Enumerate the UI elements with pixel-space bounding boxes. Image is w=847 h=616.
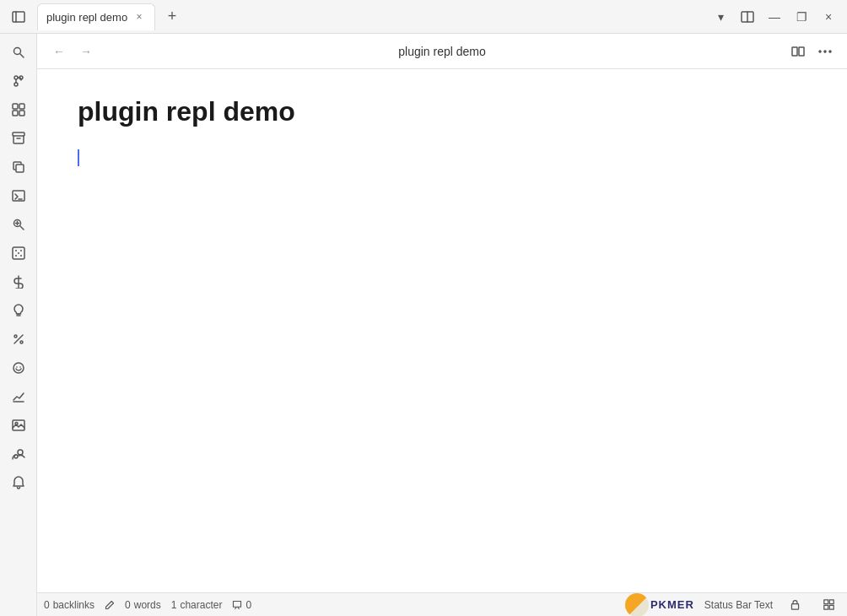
dropdown-button[interactable]: ▾ xyxy=(709,5,732,29)
split-view-button[interactable] xyxy=(736,5,759,29)
pkmer-logo: PKMER xyxy=(625,593,694,617)
sidebar-item-dice[interactable] xyxy=(5,240,32,267)
svg-line-19 xyxy=(20,226,24,230)
status-bar: 0 backlinks 0 words 1 character 0 xyxy=(37,592,847,616)
words-label: words xyxy=(134,599,161,611)
sidebar-item-chart[interactable] xyxy=(5,383,32,410)
backlinks-status: 0 backlinks xyxy=(44,599,94,611)
edit-icon-status xyxy=(105,600,115,610)
sidebar-toggle-button[interactable] xyxy=(7,5,30,29)
svg-point-23 xyxy=(15,250,17,251)
svg-rect-12 xyxy=(19,111,24,116)
sidebar-item-image[interactable] xyxy=(5,412,32,439)
dropdown-icon: ▾ xyxy=(718,10,724,24)
sidebar-item-dollar[interactable] xyxy=(5,268,32,295)
svg-point-24 xyxy=(20,250,22,251)
more-options-icon xyxy=(818,45,832,58)
svg-point-27 xyxy=(20,255,22,257)
sidebar-item-bulb[interactable] xyxy=(5,297,32,324)
read-mode-icon xyxy=(791,45,805,58)
edit-icon xyxy=(105,600,115,610)
comments-count: 0 xyxy=(245,599,251,611)
toolbar: ← → plugin repl demo xyxy=(37,34,847,69)
svg-point-35 xyxy=(16,366,18,368)
back-button[interactable]: ← xyxy=(47,40,71,63)
svg-rect-15 xyxy=(16,165,24,172)
toolbar-nav: ← → xyxy=(47,40,98,63)
sidebar-item-search2[interactable] xyxy=(5,211,32,238)
sidebar-item-search[interactable] xyxy=(5,39,32,66)
svg-point-40 xyxy=(18,450,23,455)
svg-point-44 xyxy=(819,51,821,52)
svg-rect-42 xyxy=(792,47,797,56)
sidebar-item-percent[interactable] xyxy=(5,326,32,353)
restore-icon: ❐ xyxy=(796,10,807,24)
close-icon: × xyxy=(825,10,832,24)
sidebar-item-emoji[interactable] xyxy=(5,354,32,381)
sidebar-item-user[interactable] xyxy=(5,440,32,467)
backlinks-label: backlinks xyxy=(53,599,94,611)
read-mode-button[interactable] xyxy=(786,40,810,63)
restore-button[interactable]: ❐ xyxy=(790,5,813,29)
svg-rect-11 xyxy=(13,111,18,116)
title-bar-left: plugin repl demo × + xyxy=(7,3,184,30)
backlinks-count: 0 xyxy=(44,599,50,611)
grid-icon xyxy=(823,599,834,610)
pkmer-circle-icon xyxy=(625,593,649,617)
new-tab-button[interactable]: + xyxy=(160,5,184,29)
svg-rect-48 xyxy=(823,600,828,604)
split-view-icon xyxy=(741,10,754,24)
svg-rect-43 xyxy=(799,47,804,56)
svg-point-45 xyxy=(824,51,826,52)
svg-rect-49 xyxy=(829,600,834,604)
svg-line-5 xyxy=(20,54,24,57)
more-options-button[interactable] xyxy=(813,40,837,63)
words-status: 0 words xyxy=(125,599,161,611)
document-title: plugin repl demo xyxy=(78,96,807,127)
svg-point-46 xyxy=(829,51,831,52)
svg-point-25 xyxy=(18,252,19,254)
comments-status: 0 xyxy=(232,599,251,611)
svg-point-32 xyxy=(14,335,17,338)
char-label: character xyxy=(180,599,222,611)
text-cursor xyxy=(78,149,79,166)
svg-rect-47 xyxy=(791,604,798,610)
svg-point-34 xyxy=(13,363,24,373)
svg-rect-10 xyxy=(19,104,24,109)
svg-rect-50 xyxy=(823,605,828,609)
title-bar: plugin repl demo × + ▾ — ❐ × xyxy=(0,0,847,34)
toolbar-actions xyxy=(786,40,837,63)
svg-point-36 xyxy=(19,366,21,368)
svg-rect-13 xyxy=(13,132,24,136)
tab-plugin-repl-demo[interactable]: plugin repl demo × xyxy=(37,3,155,30)
char-status: 1 character xyxy=(171,599,223,611)
sidebar xyxy=(0,34,37,616)
title-bar-controls: ▾ — ❐ × xyxy=(709,5,840,29)
pkmer-text: PKMER xyxy=(650,598,694,611)
toolbar-title: plugin repl demo xyxy=(98,45,786,58)
grid-button[interactable] xyxy=(817,593,840,617)
status-bar-text-label: Status Bar Text xyxy=(704,599,773,611)
sidebar-item-blocks[interactable] xyxy=(5,96,32,123)
sidebar-item-bell[interactable] xyxy=(5,469,32,496)
words-count: 0 xyxy=(125,599,131,611)
minimize-icon: — xyxy=(769,10,780,24)
sidebar-item-copy[interactable] xyxy=(5,154,32,181)
lock-button[interactable] xyxy=(783,593,807,617)
close-button[interactable]: × xyxy=(817,5,840,29)
sidebar-item-terminal[interactable] xyxy=(5,182,32,209)
svg-line-31 xyxy=(14,335,23,343)
sidebar-item-archive[interactable] xyxy=(5,125,32,152)
sidebar-item-git[interactable] xyxy=(5,68,32,95)
content-area: ← → plugin repl demo xyxy=(37,34,847,616)
tab-close-button[interactable]: × xyxy=(132,10,146,24)
svg-rect-9 xyxy=(13,104,18,109)
minimize-button[interactable]: — xyxy=(763,5,786,29)
editor[interactable]: plugin repl demo xyxy=(37,69,847,592)
svg-point-33 xyxy=(20,341,23,343)
status-bar-text: Status Bar Text xyxy=(704,599,773,611)
comment-icon xyxy=(232,600,242,610)
svg-point-26 xyxy=(15,255,17,257)
svg-point-4 xyxy=(13,48,20,55)
forward-button[interactable]: → xyxy=(74,40,98,63)
